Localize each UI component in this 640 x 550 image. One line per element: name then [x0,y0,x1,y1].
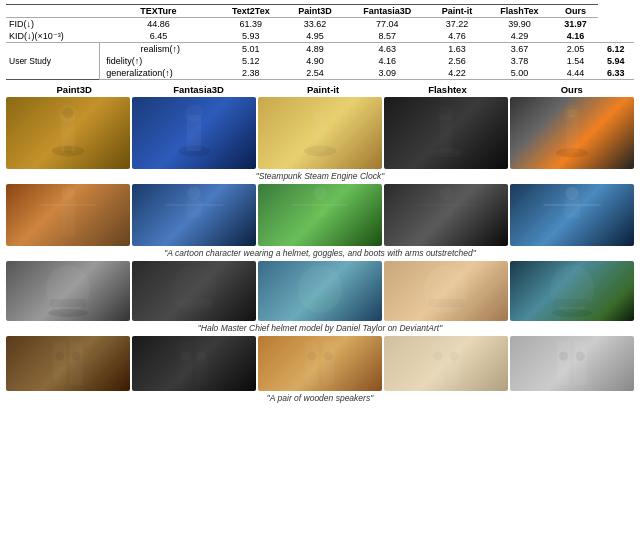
svg-rect-33 [564,199,579,218]
char-paint3d-img [6,184,130,246]
svg-point-29 [439,187,452,200]
svg-point-54 [198,352,207,361]
clock-flashtex-img [384,97,508,169]
user-study-label: User Study [6,43,100,80]
svg-rect-43 [428,299,464,307]
speaker-flashtex-img [384,336,508,391]
col-text2tex: Text2Tex [217,5,284,18]
svg-rect-51 [179,342,192,386]
svg-point-49 [55,352,64,361]
speaker-ours-img [510,336,634,391]
main-container: TEXTure Text2Tex Paint3D Fantasia3D Pain… [0,0,640,550]
svg-rect-24 [186,199,201,218]
col-texture: TEXTure [100,5,217,18]
svg-rect-59 [431,342,444,386]
svg-rect-52 [196,342,209,386]
row-label-fid: FID(↓) [6,18,100,31]
col-method [6,5,100,18]
char-fantasia3d-img [132,184,256,246]
col-label-paint3d: Paint3D [12,84,136,95]
svg-rect-21 [62,218,68,235]
svg-rect-4 [64,147,71,154]
svg-rect-64 [574,342,587,386]
char-ours-img [510,184,634,246]
svg-point-23 [187,187,200,200]
char-paintit-img [258,184,382,246]
speaker-paintit-img [258,336,382,391]
row-label-realism: realism(↑) [100,43,217,56]
image-row-helmets: "Halo Master Chief helmet model by Danie… [6,261,634,334]
clock-paint3d-img [6,97,130,169]
svg-point-57 [307,352,316,361]
svg-rect-30 [438,199,453,218]
speaker-paint3d-img [6,336,130,391]
metrics-table: TEXTure Text2Tex Paint3D Fantasia3D Pain… [6,4,634,80]
image-row-speakers: "A pair of wooden speakers" [6,336,634,404]
svg-rect-36 [50,299,86,307]
helmet-paintit-img [258,261,382,321]
col-label-paintit: Paint-it [261,84,385,95]
svg-point-7 [185,104,203,122]
svg-point-17 [568,109,577,118]
col-label-fantasia3d: Fantasia3D [136,84,260,95]
caption-helmets: "Halo Master Chief helmet model by Danie… [6,322,634,334]
image-comparison-grid: Paint3D Fantasia3D Paint-it Flashtex Our… [6,84,634,546]
helmet-fantasia3d-img [132,261,256,321]
caption-clock: "Steampunk Steam Engine Clock" [6,170,634,182]
char-flashtex-img [384,184,508,246]
svg-point-37 [48,309,88,317]
col-label-ours: Ours [510,84,634,95]
speaker-fantasia3d-img [132,336,256,391]
svg-point-61 [433,352,442,361]
table-row: fidelity(↑) 5.12 4.90 4.16 2.56 3.78 1.5… [6,55,634,67]
svg-rect-56 [322,342,335,386]
svg-rect-22 [69,218,75,235]
svg-point-32 [565,187,578,200]
svg-rect-63 [557,342,570,386]
table-header-row: TEXTure Text2Tex Paint3D Fantasia3D Pain… [6,5,634,18]
clock-fantasia3d-img [132,97,256,169]
svg-point-50 [72,352,81,361]
svg-point-62 [450,352,459,361]
svg-point-13 [438,105,454,121]
caption-char: "A cartoon character wearing a helmet, g… [6,247,634,259]
helmet-paint3d-img [6,261,130,321]
helmet-flashtex-img [384,261,508,321]
clock-paintit-img [258,97,382,169]
svg-rect-19 [60,199,75,218]
column-labels-row: Paint3D Fantasia3D Paint-it Flashtex Our… [6,84,634,95]
col-paintit: Paint-it [429,5,485,18]
svg-rect-39 [176,299,212,307]
caption-speakers: "A pair of wooden speakers" [6,392,634,404]
svg-point-46 [552,309,592,317]
svg-point-53 [181,352,190,361]
svg-rect-47 [53,342,66,386]
col-flashtex: FlashTex [485,5,553,18]
svg-rect-55 [305,342,318,386]
col-fantasia3d: Fantasia3D [345,5,428,18]
clock-ours-img [510,97,634,169]
col-paint3d: Paint3D [285,5,346,18]
row-label-generalization: generalization(↑) [100,67,217,80]
helmet-ours-img [510,261,634,321]
metrics-table-wrapper: TEXTure Text2Tex Paint3D Fantasia3D Pain… [6,4,634,80]
svg-point-3 [63,108,74,119]
row-label-fidelity: fidelity(↑) [100,55,217,67]
image-row-char: "A cartoon character wearing a helmet, g… [6,184,634,259]
image-row-clock: "Steampunk Steam Engine Clock" [6,97,634,182]
svg-point-26 [313,187,326,200]
svg-point-10 [312,103,328,119]
svg-rect-48 [70,342,83,386]
svg-point-58 [324,352,333,361]
svg-point-18 [61,187,74,200]
table-row: KID(↓)(×10⁻³) 6.45 5.93 4.95 8.57 4.76 4… [6,30,634,43]
svg-rect-41 [302,297,338,307]
svg-rect-60 [448,342,461,386]
col-label-flashtex: Flashtex [385,84,509,95]
row-label-kid: KID(↓)(×10⁻³) [6,30,100,43]
svg-point-65 [559,352,568,361]
svg-point-66 [576,352,585,361]
table-row: generalization(↑) 2.38 2.54 3.09 4.22 5.… [6,67,634,80]
table-row: User Study realism(↑) 5.01 4.89 4.63 1.6… [6,43,634,56]
svg-rect-45 [554,299,590,307]
